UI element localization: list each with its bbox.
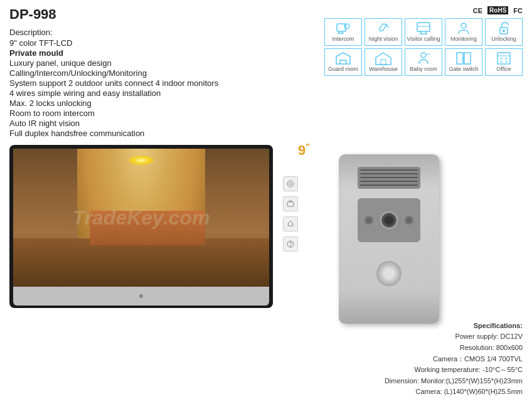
spec-dim-monitor: Dimension: Monitor:(L)255*(W)155*(H)23mm bbox=[385, 376, 523, 387]
guard-room-icon bbox=[334, 51, 353, 65]
monitor-buttons bbox=[283, 176, 298, 252]
svg-point-5 bbox=[386, 24, 388, 25]
left-content: DP-998 Description: 9" color TFT-LCD Pri… bbox=[9, 6, 324, 139]
specs-title: Specifications: bbox=[385, 321, 523, 332]
monitoring-label: Monitoring bbox=[450, 36, 477, 43]
svg-point-16 bbox=[421, 53, 426, 58]
room-scene bbox=[13, 149, 269, 287]
monitor-bottom bbox=[13, 287, 269, 306]
product-title: DP-998 bbox=[9, 6, 324, 23]
spec-line-9: Full duplex handsfree communication bbox=[9, 129, 324, 138]
monitor-btn-4[interactable] bbox=[283, 237, 298, 252]
description-label: Description: bbox=[9, 28, 324, 37]
spec-temp: Working temperature: -10°C～55°C bbox=[385, 364, 523, 376]
monitor-btn-3[interactable] bbox=[283, 216, 298, 231]
warehouse-label: Warehouse bbox=[369, 66, 398, 73]
guard-room-label: Guard room bbox=[328, 66, 358, 73]
spec-line-2: Luxury panel, unique design bbox=[9, 58, 324, 68]
feature-office: Office bbox=[485, 48, 523, 76]
svg-rect-27 bbox=[287, 202, 294, 206]
spec-line-8: Auto IR night vision bbox=[9, 119, 324, 128]
top-section: DP-998 Description: 9" color TFT-LCD Pri… bbox=[9, 6, 523, 139]
spec-resolution: Resolution: 800x600 bbox=[385, 343, 523, 354]
visitor-calling-label: Visitor calling bbox=[407, 36, 440, 43]
svg-point-6 bbox=[388, 26, 389, 28]
unlocking-label: Unlocking bbox=[491, 36, 516, 43]
icons-section: CE RoHS FC bbox=[324, 6, 523, 76]
monitor-dot bbox=[139, 294, 143, 298]
monitor-screen: TradeKey.com bbox=[13, 149, 269, 287]
spec-power: Power supply: DC12V bbox=[385, 331, 523, 343]
feature-intercom: Intercom bbox=[324, 18, 362, 46]
spec-camera: Camera：CMOS 1/4 700TVL bbox=[385, 354, 523, 365]
room-floor bbox=[13, 238, 269, 287]
bottom-specs: Specifications: Power supply: DC12V Reso… bbox=[385, 321, 523, 398]
warehouse-icon bbox=[374, 51, 393, 65]
svg-rect-20 bbox=[497, 53, 510, 64]
svg-point-12 bbox=[461, 23, 466, 28]
svg-point-26 bbox=[289, 183, 292, 185]
monitor-container: TradeKey.com bbox=[9, 145, 279, 324]
rohs-cert: RoHS bbox=[487, 6, 508, 14]
ir-led-right bbox=[403, 215, 415, 226]
feature-night-vision: Night vision bbox=[364, 18, 402, 46]
intercom-icon bbox=[334, 21, 353, 35]
svg-rect-15 bbox=[381, 60, 386, 65]
feature-baby-room: Baby room bbox=[405, 48, 442, 76]
monitor-frame: TradeKey.com bbox=[9, 145, 273, 308]
page-container: DP-998 Description: 9" color TFT-LCD Pri… bbox=[0, 0, 532, 404]
speaker-line-1 bbox=[360, 169, 418, 171]
ceiling-light bbox=[129, 156, 154, 165]
feature-gate-switch: Gate switch bbox=[445, 48, 482, 76]
visitor-calling-icon bbox=[414, 21, 433, 35]
monitor-btn-2[interactable] bbox=[283, 196, 298, 211]
monitor-btn-1[interactable] bbox=[283, 176, 298, 191]
baby-room-label: Baby room bbox=[410, 66, 437, 73]
size-label: 9" bbox=[298, 142, 310, 159]
feature-visitor-calling: Visitor calling bbox=[405, 18, 442, 46]
feature-guard-room: Guard room bbox=[324, 48, 362, 76]
baby-room-icon bbox=[414, 51, 433, 65]
svg-rect-23 bbox=[505, 58, 508, 60]
camera-lens bbox=[380, 211, 398, 229]
svg-point-30 bbox=[290, 247, 290, 247]
spec-line-5: 4 wires simple wiring and easy installat… bbox=[9, 88, 324, 98]
cert-row: CE RoHS FC bbox=[473, 6, 523, 14]
call-button[interactable] bbox=[376, 261, 402, 286]
outdoor-unit bbox=[339, 154, 439, 324]
gate-switch-icon bbox=[454, 51, 473, 65]
svg-rect-22 bbox=[500, 58, 503, 60]
night-vision-label: Night vision bbox=[369, 36, 398, 43]
gate-switch-label: Gate switch bbox=[449, 66, 478, 73]
intercom-label: Intercom bbox=[332, 36, 354, 43]
features-grid: Intercom Night vision bbox=[324, 18, 523, 76]
spec-line-6: Max. 2 locks unlocking bbox=[9, 98, 324, 108]
spec-line-1: Private mould bbox=[9, 48, 324, 58]
spec-line-3: Calling/Intercom/Unlocking/Monitoring bbox=[9, 68, 324, 78]
camera-area bbox=[358, 198, 420, 242]
speaker-line-5 bbox=[360, 184, 418, 186]
fc-cert: FC bbox=[513, 7, 523, 14]
speaker-line-3 bbox=[360, 177, 418, 178]
svg-point-14 bbox=[503, 29, 505, 32]
monitoring-icon bbox=[454, 21, 473, 35]
sofa bbox=[90, 211, 205, 245]
svg-rect-25 bbox=[505, 61, 508, 63]
svg-rect-18 bbox=[464, 53, 471, 64]
svg-point-4 bbox=[344, 24, 349, 29]
spec-dim-camera: Camera: (L)140*(W)60*(H)25.5mm bbox=[385, 386, 523, 398]
speaker-lines bbox=[358, 167, 420, 188]
speaker-line-4 bbox=[360, 181, 418, 182]
middle-section: 9" TradeKey.com bbox=[9, 145, 523, 324]
feature-unlocking: Unlocking bbox=[485, 18, 523, 46]
office-icon bbox=[494, 51, 513, 65]
ir-led-left bbox=[363, 215, 375, 226]
ce-cert: CE bbox=[473, 7, 482, 14]
spec-line-4: System support 2 outdoor units connect 4… bbox=[9, 78, 324, 88]
spec-line-0: 9" color TFT-LCD bbox=[9, 38, 324, 48]
feature-monitoring: Monitoring bbox=[445, 18, 482, 46]
speaker-grill bbox=[358, 167, 420, 189]
svg-point-19 bbox=[462, 57, 464, 59]
svg-rect-24 bbox=[500, 61, 503, 63]
office-label: Office bbox=[496, 66, 511, 73]
